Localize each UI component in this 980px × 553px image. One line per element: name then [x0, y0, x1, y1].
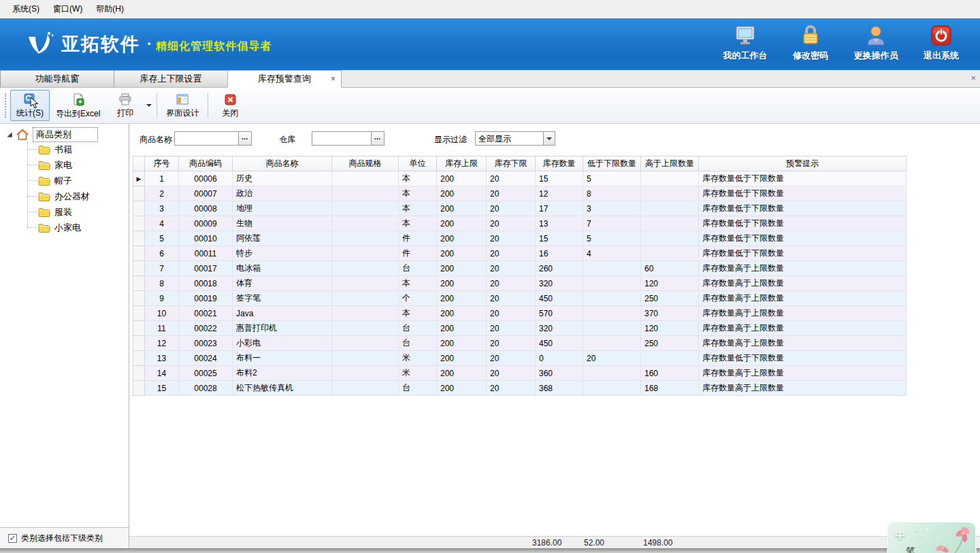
tabstrip-close-icon[interactable]: × — [970, 73, 976, 83]
exit-system-button[interactable]: 退出系统 — [915, 24, 968, 62]
cell: 120 — [641, 321, 699, 336]
cell: 20 — [487, 246, 536, 261]
row-selector[interactable] — [133, 351, 145, 366]
tab-label: 库存预警查询 — [258, 73, 311, 85]
display-filter-select[interactable]: 全部显示 — [475, 131, 555, 146]
print-dropdown-arrow[interactable] — [144, 88, 154, 123]
tree-item-3[interactable]: 办公器材 — [0, 188, 129, 204]
column-header-5[interactable]: 库存上限 — [437, 156, 487, 171]
statistics-icon — [24, 93, 36, 105]
tree-item-4[interactable]: 服装 — [0, 204, 129, 220]
tree-item-5[interactable]: 小家电 — [0, 220, 129, 235]
product-name-field: … — [174, 131, 252, 146]
row-selector[interactable] — [133, 246, 145, 261]
table-row[interactable]: 1300024布料一米20020020库存数量低于下限数量 — [133, 351, 906, 366]
table-row[interactable]: 1000021Java本20020570370库存数量高于上限数量 — [133, 306, 906, 321]
table-row[interactable]: 1200023小彩电台20020450250库存数量高于上限数量 — [133, 336, 906, 351]
column-header-1[interactable]: 商品编码 — [179, 156, 233, 171]
column-header-6[interactable]: 库存下限 — [487, 156, 536, 171]
table-row[interactable]: ▶100006历史本20020155库存数量低于下限数量 — [133, 171, 906, 186]
row-selector[interactable] — [133, 186, 145, 201]
table-row[interactable]: 300008地理本20020173库存数量低于下限数量 — [133, 201, 906, 216]
export-excel-button[interactable]: 导出到Excel — [50, 90, 106, 121]
menu-system[interactable]: 系统(S) — [5, 1, 46, 18]
table-row[interactable]: 1400025布料2米20020360160库存数量高于上限数量 — [133, 366, 906, 381]
cell: 库存数量高于上限数量 — [699, 291, 906, 306]
column-header-2[interactable]: 商品名称 — [233, 156, 332, 171]
column-header-0[interactable]: 序号 — [145, 156, 179, 171]
tab-close-icon[interactable]: × — [331, 74, 336, 84]
menu-help[interactable]: 帮助(H) — [89, 1, 131, 18]
column-header-7[interactable]: 库存数量 — [536, 156, 583, 171]
statistics-button[interactable]: 统计(S) — [10, 90, 50, 121]
tab-stock-limit-settings[interactable]: 库存上下限设置 — [114, 70, 228, 87]
row-selector[interactable] — [133, 231, 145, 246]
row-selector[interactable] — [133, 366, 145, 381]
row-selector[interactable] — [133, 306, 145, 321]
cell: 库存数量低于下限数量 — [699, 231, 906, 246]
tree-item-0[interactable]: 书籍 — [0, 141, 129, 157]
tab-stock-warning-query[interactable]: 库存预警查询 × — [227, 70, 342, 88]
toolbar-grip[interactable] — [5, 93, 8, 118]
cell: 00018 — [179, 276, 233, 291]
window-bottom-edge — [0, 548, 980, 553]
tree-root-category[interactable]: 商品类别 — [0, 128, 129, 141]
table-row[interactable]: 200007政治本20020128库存数量低于下限数量 — [133, 186, 906, 201]
table-row[interactable]: 600011特步件20020164库存数量低于下限数量 — [133, 246, 906, 261]
row-selector[interactable] — [133, 216, 145, 231]
table-row[interactable]: 800018体育本20020320120库存数量高于上限数量 — [133, 276, 906, 291]
product-lookup-button[interactable]: … — [238, 132, 251, 145]
table-row[interactable]: 400009生物本20020137库存数量低于下限数量 — [133, 216, 906, 231]
ime-panel[interactable]: 中 ﾟ， 笔 — [888, 522, 975, 553]
column-header-3[interactable]: 商品规格 — [332, 156, 399, 171]
row-selector[interactable] — [133, 336, 145, 351]
row-selector[interactable] — [133, 276, 145, 291]
cell — [332, 201, 399, 216]
tree-expander-icon[interactable] — [7, 132, 12, 137]
print-button[interactable]: 打印 — [106, 90, 144, 121]
cell: 5 — [145, 231, 179, 246]
tree-item-2[interactable]: 帽子 — [0, 173, 129, 188]
row-selector[interactable] — [133, 321, 145, 336]
table-row[interactable]: 1100022惠普打印机台20020320120库存数量高于上限数量 — [133, 321, 906, 336]
tab-function-nav[interactable]: 功能导航窗 — [0, 70, 114, 87]
warehouse-lookup-button[interactable]: … — [371, 132, 384, 145]
table-row[interactable]: 700017电冰箱台2002026060库存数量高于上限数量 — [133, 261, 906, 276]
row-selector[interactable] — [133, 381, 145, 396]
table-row[interactable]: 1500028松下热敏传真机台20020368168库存数量高于上限数量 — [133, 381, 906, 396]
workbench-label: 我的工作台 — [723, 50, 768, 62]
cell: 地理 — [233, 201, 332, 216]
table-row[interactable]: 900019签字笔个20020450250库存数量高于上限数量 — [133, 291, 906, 306]
menu-window[interactable]: 窗口(W) — [46, 1, 89, 18]
change-password-button[interactable]: 修改密码 — [784, 24, 837, 62]
table-row[interactable]: 500010阿依莲件20020155库存数量低于下限数量 — [133, 231, 906, 246]
ui-design-button[interactable]: 界面设计 — [160, 90, 205, 121]
cell — [641, 231, 699, 246]
row-selector[interactable]: ▶ — [133, 171, 145, 186]
column-header-8[interactable]: 低于下限数量 — [583, 156, 641, 171]
column-header-4[interactable]: 单位 — [399, 156, 437, 171]
cell: 2 — [145, 186, 179, 201]
cell: 个 — [399, 291, 437, 306]
row-selector[interactable] — [133, 201, 145, 216]
row-selector[interactable] — [133, 261, 145, 276]
warehouse-input[interactable] — [312, 132, 371, 145]
ime-punct-indicator[interactable]: ﾟ， — [915, 529, 929, 539]
ime-mode-indicator[interactable]: 中 — [895, 529, 906, 543]
switch-operator-button[interactable]: 更换操作员 — [849, 24, 902, 62]
tree-item-label: 家电 — [54, 159, 72, 171]
close-button[interactable]: 关闭 — [211, 90, 249, 121]
workbench-button[interactable]: 我的工作台 — [719, 24, 772, 62]
include-subcategory-checkbox[interactable]: ✓ — [8, 534, 17, 543]
tab-label: 功能导航窗 — [35, 73, 80, 85]
row-selector[interactable] — [133, 291, 145, 306]
cell: 库存数量高于上限数量 — [699, 381, 906, 396]
column-header-10[interactable]: 预警提示 — [699, 156, 906, 171]
tree-item-1[interactable]: 家电 — [0, 157, 129, 173]
chevron-down-icon[interactable] — [543, 132, 555, 145]
cell: 20 — [487, 201, 536, 216]
cell: 17 — [536, 201, 583, 216]
cell: 0 — [536, 351, 583, 366]
column-header-9[interactable]: 高于上限数量 — [641, 156, 699, 171]
product-name-input[interactable] — [175, 132, 238, 145]
